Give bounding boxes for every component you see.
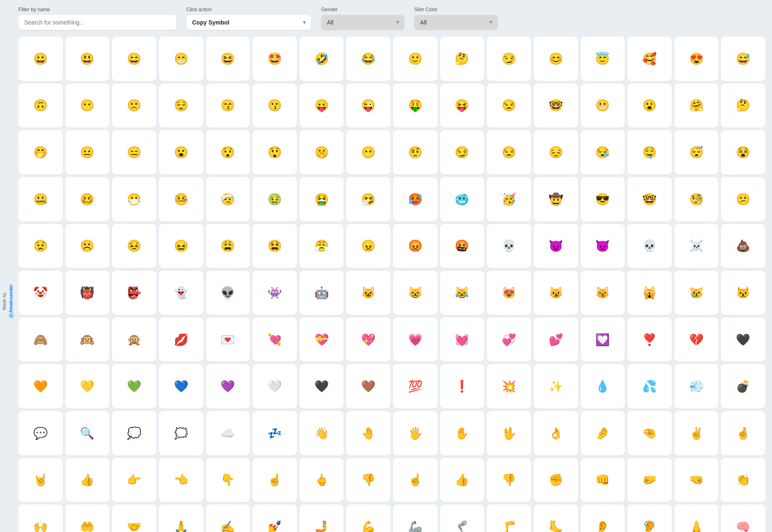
emoji-cell[interactable]: 😏 bbox=[487, 37, 531, 81]
emoji-cell[interactable]: 🦵 bbox=[487, 505, 531, 532]
emoji-cell[interactable]: ☁️ bbox=[206, 411, 250, 456]
emoji-cell[interactable]: 🤒 bbox=[159, 177, 203, 222]
emoji-cell[interactable]: 😶 bbox=[65, 84, 110, 128]
emoji-cell[interactable]: 😬 bbox=[581, 84, 625, 128]
emoji-cell[interactable]: 🤔 bbox=[721, 84, 765, 128]
emoji-cell[interactable]: ✋ bbox=[440, 411, 485, 456]
emoji-cell[interactable]: 😈 bbox=[534, 224, 578, 268]
emoji-cell[interactable]: 💀 bbox=[487, 224, 531, 268]
emoji-cell[interactable]: 😫 bbox=[252, 224, 297, 268]
emoji-cell[interactable]: 😒 bbox=[487, 84, 531, 128]
emoji-cell[interactable]: 💧 bbox=[581, 364, 625, 409]
emoji-cell[interactable]: 🤠 bbox=[534, 177, 578, 222]
emoji-cell[interactable]: 🖕 bbox=[299, 458, 344, 502]
emoji-cell[interactable]: 👿 bbox=[581, 224, 625, 268]
emoji-cell[interactable]: 😌 bbox=[159, 84, 203, 128]
emoji-cell[interactable]: 😛 bbox=[299, 84, 344, 128]
emoji-cell[interactable]: 😵 bbox=[721, 130, 765, 175]
emoji-cell[interactable]: ☝️ bbox=[393, 458, 438, 502]
emoji-cell[interactable]: 💙 bbox=[159, 364, 203, 409]
emoji-cell[interactable]: 🤫 bbox=[299, 130, 344, 175]
emoji-cell[interactable]: 🔍 bbox=[65, 411, 110, 456]
emoji-cell[interactable]: ✌️ bbox=[674, 411, 719, 456]
emoji-cell[interactable]: 🤮 bbox=[299, 177, 344, 222]
emoji-cell[interactable]: 🖐️ bbox=[393, 411, 438, 456]
emoji-cell[interactable]: 😣 bbox=[112, 224, 156, 268]
emoji-cell[interactable]: 👹 bbox=[65, 271, 110, 315]
emoji-cell[interactable]: 😺 bbox=[346, 271, 391, 315]
emoji-cell[interactable]: 💔 bbox=[674, 318, 719, 362]
emoji-cell[interactable]: 🙃 bbox=[18, 84, 63, 128]
emoji-cell[interactable]: 😐 bbox=[65, 130, 110, 175]
search-input[interactable] bbox=[18, 15, 176, 30]
emoji-cell[interactable]: ✍️ bbox=[206, 505, 250, 532]
emoji-cell[interactable]: 🖤 bbox=[299, 364, 344, 409]
emoji-cell[interactable]: 😗 bbox=[252, 84, 297, 128]
emoji-cell[interactable]: 🤭 bbox=[18, 130, 63, 175]
emoji-cell[interactable]: 🤗 bbox=[674, 84, 719, 128]
emoji-cell[interactable]: 🥴 bbox=[65, 177, 110, 222]
emoji-cell[interactable]: 👌 bbox=[534, 411, 578, 456]
emoji-cell[interactable]: 🤝 bbox=[112, 505, 156, 532]
emoji-cell[interactable]: 👈 bbox=[159, 458, 203, 502]
emoji-cell[interactable]: 💖 bbox=[346, 318, 391, 362]
emoji-cell[interactable]: 🦶 bbox=[534, 505, 578, 532]
emoji-cell[interactable]: 😯 bbox=[206, 130, 250, 175]
emoji-cell[interactable]: 🙂 bbox=[393, 37, 438, 81]
emoji-cell[interactable]: 💨 bbox=[674, 364, 719, 409]
emoji-cell[interactable]: 😒 bbox=[487, 130, 531, 175]
emoji-cell[interactable]: 🤖 bbox=[299, 271, 344, 315]
emoji-cell[interactable]: 🤞 bbox=[721, 411, 765, 456]
emoji-cell[interactable]: 👎 bbox=[346, 458, 391, 502]
emoji-cell[interactable]: 🧠 bbox=[721, 505, 765, 532]
emoji-cell[interactable]: 💭 bbox=[112, 411, 156, 456]
emoji-cell[interactable]: 🖖 bbox=[487, 411, 531, 456]
emoji-cell[interactable]: 💟 bbox=[581, 318, 625, 362]
emoji-cell[interactable]: 😸 bbox=[393, 271, 438, 315]
emoji-cell[interactable]: 😶 bbox=[346, 130, 391, 175]
emoji-cell[interactable]: 🤓 bbox=[534, 84, 578, 128]
emoji-cell[interactable]: 🧐 bbox=[674, 177, 719, 222]
emoji-cell[interactable]: 💯 bbox=[393, 364, 438, 409]
emoji-cell[interactable]: 🤜 bbox=[674, 458, 719, 502]
emoji-cell[interactable]: 🦿 bbox=[440, 505, 485, 532]
emoji-cell[interactable]: 😾 bbox=[721, 271, 765, 315]
emoji-cell[interactable]: 🤍 bbox=[252, 364, 297, 409]
emoji-cell[interactable]: 🤘 bbox=[18, 458, 63, 502]
emoji-cell[interactable]: 🤬 bbox=[440, 224, 485, 268]
emoji-cell[interactable]: 🤑 bbox=[393, 84, 438, 128]
emoji-cell[interactable]: 👎 bbox=[487, 458, 531, 502]
emoji-cell[interactable]: 🧡 bbox=[18, 364, 63, 409]
emoji-cell[interactable]: 😅 bbox=[721, 37, 765, 81]
emoji-cell[interactable]: 😩 bbox=[206, 224, 250, 268]
emoji-cell[interactable]: ☹️ bbox=[65, 224, 110, 268]
emoji-cell[interactable]: 👋 bbox=[299, 411, 344, 456]
emoji-cell[interactable]: 🙉 bbox=[65, 318, 110, 362]
emoji-cell[interactable]: 👺 bbox=[112, 271, 156, 315]
emoji-cell[interactable]: 😷 bbox=[112, 177, 156, 222]
emoji-cell[interactable]: 💞 bbox=[487, 318, 531, 362]
emoji-cell[interactable]: 😜 bbox=[346, 84, 391, 128]
emoji-cell[interactable]: 💪 bbox=[346, 505, 391, 532]
emoji-cell[interactable]: ✨ bbox=[534, 364, 578, 409]
emoji-cell[interactable]: 😟 bbox=[18, 224, 63, 268]
emoji-cell[interactable]: 💓 bbox=[440, 318, 485, 362]
emoji-cell[interactable]: 🥵 bbox=[393, 177, 438, 222]
emoji-cell[interactable]: 💝 bbox=[299, 318, 344, 362]
emoji-cell[interactable]: 💀 bbox=[627, 224, 672, 268]
emoji-cell[interactable]: 🤤 bbox=[627, 130, 672, 175]
emoji-cell[interactable]: 😁 bbox=[159, 37, 203, 81]
emoji-cell[interactable]: 🥰 bbox=[627, 37, 672, 81]
emoji-cell[interactable]: 😿 bbox=[674, 271, 719, 315]
emoji-cell[interactable]: 😼 bbox=[534, 271, 578, 315]
emoji-cell[interactable]: 💥 bbox=[487, 364, 531, 409]
emoji-cell[interactable]: 😂 bbox=[346, 37, 391, 81]
emoji-cell[interactable]: 👽 bbox=[206, 271, 250, 315]
emoji-cell[interactable]: 👂 bbox=[581, 505, 625, 532]
emoji-cell[interactable]: 👍 bbox=[440, 458, 485, 502]
emoji-cell[interactable]: 🤣 bbox=[299, 37, 344, 81]
emoji-cell[interactable]: 💛 bbox=[65, 364, 110, 409]
emoji-cell[interactable]: 🤛 bbox=[627, 458, 672, 502]
emoji-cell[interactable]: 💣 bbox=[721, 364, 765, 409]
emoji-cell[interactable]: 🤏 bbox=[627, 411, 672, 456]
